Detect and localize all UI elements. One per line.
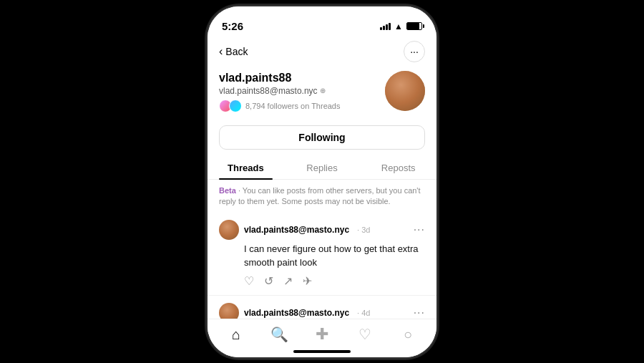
post-2-more-button[interactable]: ··· [414, 306, 425, 319]
status-time: 5:26 [222, 20, 243, 32]
post-1: vlad.paints88@masto.nyc · 3d ··· I can n… [208, 213, 436, 295]
follower-avatar-2 [229, 100, 242, 112]
search-icon: 🔍 [270, 326, 288, 343]
signal-icon [380, 23, 391, 30]
status-bar: 5:26 ▲ [208, 6, 436, 38]
phone-frame: 5:26 ▲ ‹ Back ··· vlad.paints88 [208, 6, 436, 357]
beta-notice: Beta · You can like posts from other ser… [208, 180, 436, 213]
wifi-icon: ▲ [394, 21, 403, 32]
comment-icon[interactable]: ↺ [264, 274, 273, 288]
heart-icon: ♡ [358, 326, 371, 343]
back-chevron-icon: ‹ [219, 45, 223, 58]
back-label: Back [225, 46, 248, 57]
beta-text: · You can like posts from other servers,… [219, 186, 421, 205]
followers-count: 8,794 followers on Threads [245, 102, 341, 110]
more-icon: ··· [410, 46, 419, 57]
tabs-row: Threads Replies Reposts [208, 155, 436, 180]
like-icon[interactable]: ♡ [244, 274, 254, 288]
post-1-actions: ♡ ↺ ↗ ✈ [244, 274, 425, 288]
post-1-avatar [219, 220, 239, 240]
post-1-text: I can never figure out how to get that e… [244, 243, 425, 268]
repost-icon[interactable]: ↗ [283, 274, 293, 288]
tab-threads[interactable]: Threads [208, 155, 284, 179]
username: vlad.paints88 [219, 71, 385, 84]
compose-icon: ✚ [316, 325, 328, 344]
followers-row: 8,794 followers on Threads [219, 100, 385, 112]
nav-search[interactable]: 🔍 [266, 321, 292, 347]
battery-icon [406, 22, 422, 30]
nav-compose[interactable]: ✚ [309, 321, 335, 347]
tab-replies[interactable]: Replies [284, 155, 361, 179]
tab-reposts[interactable]: Reposts [360, 155, 436, 179]
nav-heart[interactable]: ♡ [352, 321, 378, 347]
post-2-time: · 4d [357, 309, 370, 317]
nav-header: ‹ Back ··· [208, 38, 436, 68]
avatar-stack [219, 100, 242, 112]
post-1-more-button[interactable]: ··· [414, 223, 425, 236]
nav-profile[interactable]: ○ [395, 321, 421, 347]
more-button[interactable]: ··· [404, 41, 425, 62]
profile-section: vlad.paints88 vlad.paints88@masto.nyc ⊕ … [208, 68, 436, 120]
post-1-header-left: vlad.paints88@masto.nyc · 3d [219, 220, 370, 240]
share-icon[interactable]: ✈ [303, 274, 312, 288]
profile-icon: ○ [404, 326, 412, 343]
post-2-username: vlad.paints88@masto.nyc [244, 308, 349, 318]
post-1-username: vlad.paints88@masto.nyc [244, 225, 349, 235]
avatar-image [385, 71, 425, 111]
nav-home[interactable]: ⌂ [223, 321, 249, 347]
status-icons: ▲ [380, 21, 422, 32]
home-icon: ⌂ [232, 326, 240, 343]
post-1-header: vlad.paints88@masto.nyc · 3d ··· [219, 220, 425, 240]
verified-icon: ⊕ [320, 87, 326, 95]
user-handle: vlad.paints88@masto.nyc ⊕ [219, 86, 385, 96]
post-1-time: · 3d [357, 226, 370, 234]
following-button[interactable]: Following [219, 125, 425, 150]
beta-label: Beta [219, 186, 236, 195]
profile-avatar [385, 71, 425, 111]
profile-top: vlad.paints88 vlad.paints88@masto.nyc ⊕ … [219, 71, 425, 112]
profile-info: vlad.paints88 vlad.paints88@masto.nyc ⊕ … [219, 71, 385, 112]
home-indicator [293, 350, 351, 353]
back-button[interactable]: ‹ Back [219, 45, 248, 58]
